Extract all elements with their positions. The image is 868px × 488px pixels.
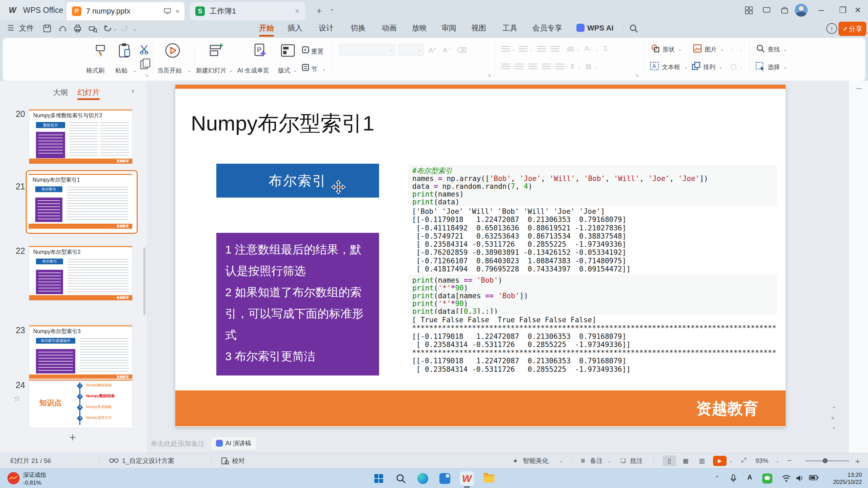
cut-icon[interactable] [139, 45, 149, 54]
wps-app-icon[interactable]: W [460, 471, 474, 486]
layout-button[interactable]: 版式 [278, 66, 290, 75]
zoom-slider-thumb[interactable] [823, 458, 828, 463]
panel-scrollbar[interactable] [143, 247, 145, 315]
start-button[interactable] [372, 471, 386, 486]
undo-icon[interactable] [103, 24, 112, 33]
menu-tab-review[interactable]: 审阅 [441, 20, 456, 36]
new-slide-chevron-icon[interactable]: ⌄ [229, 68, 233, 73]
ai-generate-icon[interactable]: P [252, 43, 268, 58]
notes-button[interactable]: 备注 [590, 453, 603, 469]
reading-view-button[interactable]: ▥ [695, 455, 709, 466]
mic-icon[interactable] [730, 474, 737, 483]
slide-title[interactable]: Numpy布尔型索引1 [191, 109, 374, 138]
undo-chevron-icon[interactable]: ⌄ [113, 26, 117, 32]
play-from-current-icon[interactable] [165, 43, 180, 58]
edge-browser-icon[interactable] [416, 471, 430, 486]
menu-tab-tools[interactable]: 工具 [502, 20, 517, 36]
slide-notes-box[interactable]: 1 注意数组最后的结果，默认是按照行筛选 2 如果知道了布尔数组的索引，可以写成… [216, 233, 379, 375]
next-slide-icon[interactable]: ⌄ [831, 423, 836, 430]
stock-widget-icon[interactable] [7, 472, 20, 484]
slide-nav-icon[interactable]: ≡ [831, 415, 834, 421]
ai-generate-button[interactable]: AI 生成单页 [237, 66, 269, 75]
new-slide-button[interactable]: 新建幻灯片 [196, 66, 226, 75]
hamburger-icon[interactable]: ☰ [7, 24, 14, 33]
notes-placeholder[interactable]: 单击此处添加备注 [151, 439, 205, 448]
taskbar-clock[interactable]: 13:20 2025/10/22 [833, 471, 862, 486]
file-explorer-icon[interactable] [482, 471, 496, 486]
normal-view-button[interactable]: ▯ [663, 455, 676, 466]
minimize-button[interactable]: ─ [811, 0, 831, 20]
document-tab-active[interactable]: P 7 numpy.pptx [66, 2, 184, 20]
taskbar-search-icon[interactable] [394, 471, 408, 486]
collapse-panel-icon[interactable]: ‹ [132, 86, 134, 96]
message-icon[interactable] [763, 6, 771, 14]
code-block-1[interactable]: #布尔型索引names = np.array(['Bob', 'Joe', 'W… [409, 165, 776, 206]
stock-widget[interactable]: 深证成指 -0.81% [23, 471, 46, 487]
wifi-icon[interactable] [782, 474, 791, 482]
new-slide-icon[interactable] [209, 43, 224, 58]
export-icon[interactable] [58, 24, 67, 33]
menu-tab-transition[interactable]: 切换 [351, 20, 366, 36]
arrange-icon[interactable] [692, 62, 701, 70]
zoom-chevron-icon[interactable]: ⌄ [776, 458, 780, 463]
layout-icon[interactable] [280, 43, 296, 58]
slide-canvas[interactable]: Numpy布尔型索引1 布尔索引 1 注意数组最后的结果，默认是按照行筛选 2 … [175, 85, 786, 427]
tab-list-chevron-icon[interactable]: ⌄ [330, 5, 334, 12]
paste-icon[interactable] [117, 43, 132, 58]
package-icon[interactable] [781, 6, 789, 14]
menu-tab-view[interactable]: 视图 [471, 20, 486, 36]
menu-tab-home[interactable]: 开始 [259, 20, 274, 36]
sorter-view-button[interactable]: ▦ [679, 455, 692, 466]
star-icon[interactable]: ☆ [14, 394, 21, 403]
find-chevron-icon[interactable]: ⌄ [783, 47, 787, 52]
fit-slide-icon[interactable]: ⤢ [741, 456, 746, 464]
reset-button[interactable]: 重置 [311, 47, 323, 56]
workbook-tab[interactable]: S 工作簿1 ✕ [190, 2, 305, 20]
prev-slide-icon[interactable]: ⌃ [831, 405, 836, 413]
zoom-in-button[interactable]: ＋ [854, 456, 861, 466]
slides-tab[interactable]: 幻灯片 [77, 88, 100, 97]
quickbar-chevron-icon[interactable]: ⌄ [133, 26, 137, 32]
menu-tab-animation[interactable]: 动画 [382, 20, 397, 36]
play-mode-chevron-icon[interactable]: ⌄ [729, 458, 733, 463]
slideshow-play-button[interactable]: ▶ [713, 456, 727, 466]
battery-icon[interactable] [809, 475, 818, 481]
section-chevron-icon[interactable]: ⌄ [322, 66, 326, 72]
mosaic-icon[interactable] [745, 6, 753, 14]
menu-file[interactable]: 文件 [19, 20, 34, 36]
format-painter-icon[interactable] [93, 43, 108, 58]
blue-app-icon[interactable] [438, 471, 452, 486]
layout-chevron-icon[interactable]: ⌄ [293, 68, 297, 73]
search-icon[interactable] [629, 24, 638, 33]
find-button[interactable]: 查找 [768, 45, 780, 54]
shapes-button[interactable]: 形状 [663, 45, 675, 54]
textbox-button[interactable]: 文本框 [662, 63, 680, 71]
play-chevron-icon[interactable]: ⌄ [188, 68, 191, 73]
outline-tab[interactable]: 大纲 [53, 87, 68, 98]
select-icon[interactable] [755, 62, 765, 70]
play-from-current-button[interactable]: 当页开始 [157, 66, 182, 75]
menu-tab-member[interactable]: 会员专享 [532, 20, 562, 36]
select-button[interactable]: 选择 [768, 63, 780, 71]
proof-button[interactable]: 校对 [232, 453, 245, 469]
print-preview-icon[interactable] [88, 24, 98, 33]
design-scheme[interactable]: 1_自定义设计方案 [122, 453, 174, 469]
shapes-icon[interactable] [651, 44, 660, 53]
arrange-chevron-icon[interactable]: ⌄ [719, 64, 723, 69]
code-block-2[interactable]: print(names == 'Bob')print('*'*90)print(… [409, 275, 776, 314]
menu-tab-insert[interactable]: 插入 [288, 20, 302, 36]
shapes-chevron-icon[interactable]: ⌄ [678, 47, 682, 52]
paste-chevron-icon[interactable]: ⌄ [133, 68, 137, 73]
slide-thumbnail-24[interactable]: 知识点 1 2 3 4 Numpy数组基础 Numpy数组转换 Numpy常用函… [29, 379, 133, 428]
add-slide-button[interactable]: ＋ [67, 430, 78, 445]
textbox-chevron-icon[interactable]: ⌄ [684, 64, 688, 69]
picture-icon[interactable] [693, 44, 702, 53]
menu-tab-wps-ai[interactable]: WPS AI [587, 20, 613, 36]
slide-blue-heading[interactable]: 布尔索引 [216, 164, 379, 198]
paste-button[interactable]: 粘贴 [115, 66, 127, 75]
select-chevron-icon[interactable]: ⌄ [783, 64, 787, 69]
close-button[interactable]: ✕ [848, 0, 868, 20]
zoom-out-button[interactable]: − [787, 456, 792, 465]
ime-indicator[interactable]: A [747, 473, 752, 481]
reset-icon[interactable] [301, 45, 310, 54]
